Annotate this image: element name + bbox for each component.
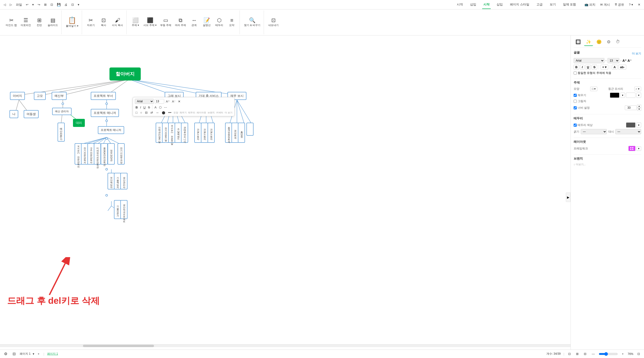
node-budget-manager[interactable]: 예산 관리자 xyxy=(52,108,72,115)
layout-icon[interactable]: ⊟ xyxy=(11,351,17,357)
settings-icon[interactable]: ⚙ xyxy=(3,351,8,357)
ft-close-btn[interactable]: ✕ xyxy=(177,99,181,103)
fill-color-box2[interactable] xyxy=(626,93,636,98)
tab-page-style[interactable]: 시작 xyxy=(482,0,491,9)
node-labor[interactable]: 건설노동자 xyxy=(201,123,208,143)
slide-btn[interactable]: ▤ 슬라이드 xyxy=(46,17,60,28)
panel-tab-ai[interactable]: ✨ xyxy=(584,38,593,46)
open-button[interactable]: ⊡ xyxy=(49,2,54,7)
forward-button[interactable]: ▷ xyxy=(8,2,13,7)
font-color-button[interactable]: A xyxy=(612,65,617,70)
canvas[interactable]: ▶ xyxy=(0,35,570,350)
dropdown-arrow[interactable]: ▾ xyxy=(76,2,80,7)
fill-color-dropdown[interactable]: ▾ xyxy=(620,93,625,98)
ft-highlight-btn[interactable]: ⬡ xyxy=(158,105,162,109)
node-pm2[interactable]: 프로젝트 매니저 xyxy=(98,126,124,134)
node-finance[interactable]: 경상회계 xyxy=(232,123,238,143)
ft-connector-btn[interactable]: ⬤ xyxy=(161,111,166,115)
node-prod-mgr[interactable]: 생산관리자 xyxy=(120,173,128,189)
copy-btn[interactable]: ⊡ 복사 xyxy=(98,17,110,28)
redo-button[interactable]: ↪ xyxy=(36,2,42,7)
apply-same-checkbox[interactable] xyxy=(574,71,577,75)
italic-button[interactable]: I xyxy=(580,65,584,70)
undo-button[interactable]: ↩ xyxy=(25,2,30,7)
width-up-btn[interactable]: ▲ xyxy=(637,105,641,108)
align-button[interactable]: ≡ ▾ xyxy=(601,65,608,70)
tab-view[interactable]: 페이지 스타일 xyxy=(509,0,530,9)
node-tech-expert[interactable]: 기술전문가 xyxy=(114,200,121,219)
tab-all[interactable]: 고급 xyxy=(535,0,544,9)
mindmap-btn[interactable]: ✂ 마인드 맵 xyxy=(4,17,18,28)
ft-circle-btn[interactable]: ○ xyxy=(140,111,143,115)
panel-tab-settings[interactable]: ⚙ xyxy=(605,38,612,46)
root-node[interactable]: 할아버지 xyxy=(110,67,141,80)
share-btn2[interactable]: ⊡ xyxy=(70,2,75,7)
border-color-box[interactable] xyxy=(626,122,636,128)
font-increase-btn[interactable]: A⁺ xyxy=(622,59,626,62)
pitch-button[interactable]: 📺 피치 xyxy=(583,2,596,7)
ft-shape-btn[interactable]: ⋯ xyxy=(163,105,168,109)
ft-layout-btn[interactable]: ⇄ xyxy=(150,111,154,115)
panel-tab-shape[interactable]: 🔲 xyxy=(574,38,583,46)
ft-italic-btn[interactable]: I xyxy=(139,105,142,109)
node-aunt[interactable]: 고모 xyxy=(34,92,46,100)
current-page-label[interactable]: 페이지 1 xyxy=(47,352,58,356)
ft-decrease-btn[interactable]: A⁻ xyxy=(171,99,176,103)
border-style-select[interactable]: — xyxy=(615,129,642,134)
underline-button[interactable]: U xyxy=(585,65,591,70)
multi-topic-btn[interactable]: ⧉ 여러 주제 xyxy=(174,17,188,28)
subtopic-btn[interactable]: ⬛ 서브 주제 ▾ xyxy=(142,17,158,28)
node-worker2[interactable]: 건설노동자 xyxy=(208,123,215,143)
node-me[interactable]: 나 xyxy=(10,110,18,118)
node-project-dept[interactable]: 프로젝트 부서 xyxy=(91,92,116,100)
ft-border-btn[interactable]: ⊟ xyxy=(144,111,148,115)
find-replace-btn[interactable]: 🔍 찾기 & 바꾸기 xyxy=(243,17,262,28)
corner-btn[interactable]: ⌐ ▾ xyxy=(634,87,641,91)
expand-btn[interactable]: ⊡ xyxy=(636,352,641,356)
width-down-btn[interactable]: ▼ xyxy=(637,108,641,111)
cut-btn[interactable]: ✂ 자르기 xyxy=(85,17,97,28)
border-btn[interactable]: ⬡ 테두리 xyxy=(213,17,225,28)
framework-dropdown[interactable]: ▾ xyxy=(636,146,641,151)
ft-more-btn[interactable]: ••• xyxy=(168,111,172,115)
format-copy-btn[interactable]: 🖌 서식 복사 xyxy=(110,17,124,28)
grid-btn[interactable]: ⊟ xyxy=(583,352,588,356)
bold-button[interactable]: B xyxy=(574,65,579,70)
panel-tab-emoji[interactable]: 🙂 xyxy=(594,38,604,46)
node-elec-biz[interactable]: 전기사업부과장 xyxy=(118,143,125,165)
export-btn[interactable]: ⊡ 내보내기 xyxy=(267,17,280,28)
node-tech-mgr[interactable]: 기술책임자 xyxy=(114,173,121,189)
paste-btn[interactable]: 📋 붙여넣기 ▾ xyxy=(64,16,80,29)
print-button[interactable]: 🖨 xyxy=(63,2,69,7)
new-button[interactable]: ⊞ xyxy=(43,2,48,7)
zoom-slider[interactable] xyxy=(599,352,618,356)
ft-fontcolor-btn[interactable]: A xyxy=(154,105,157,109)
undo-dropdown[interactable]: ▾ xyxy=(31,2,35,7)
node-treasury[interactable] xyxy=(246,123,254,136)
page-dropdown[interactable]: ▾ xyxy=(32,352,36,356)
node-hvac-delivery[interactable]: H V A C 전문조달 xyxy=(168,123,175,143)
outline-btn[interactable]: ☰ 아웃라인 xyxy=(19,17,32,28)
font-more-link[interactable]: 더 보기 xyxy=(632,52,641,56)
node-budget-dept[interactable]: 예산부 xyxy=(52,92,66,100)
border-thickness-select[interactable]: — xyxy=(581,129,607,134)
ft-bold-btn[interactable]: B xyxy=(135,105,138,109)
node-construction[interactable]: 건설노동자 xyxy=(194,123,202,143)
node-info-mgr[interactable]: 정보담당관 xyxy=(108,143,115,165)
fit-page-btn[interactable]: ⊡ xyxy=(567,352,572,356)
node-quality-expert[interactable]: 품질및안전감독관 xyxy=(101,143,108,165)
callout-btn[interactable]: 📝 설명선 xyxy=(201,17,212,28)
panel-toggle-button[interactable]: ▶ xyxy=(566,193,570,202)
node-manpower[interactable]: 인력관리청조달 xyxy=(156,123,163,143)
kanban-btn[interactable]: ⊞ 칸반 xyxy=(34,17,45,28)
node-micro-expert[interactable]: 미세장식전문감독관 xyxy=(94,143,101,165)
summary-btn[interactable]: ≡ 요약 xyxy=(226,17,238,28)
back-button[interactable]: ◁ xyxy=(2,2,7,7)
shape-btn[interactable]: □ ▾ xyxy=(590,87,597,91)
close-button[interactable]: ✕ xyxy=(637,2,642,7)
tab-advanced[interactable]: 삽입 xyxy=(496,0,504,9)
framework-icon[interactable] xyxy=(628,146,636,151)
scrollbar-thumb[interactable] xyxy=(83,345,154,347)
border-color-dropdown[interactable]: ▾ xyxy=(636,122,641,128)
node-pm[interactable]: 프로젝트 매니저 xyxy=(91,109,119,117)
